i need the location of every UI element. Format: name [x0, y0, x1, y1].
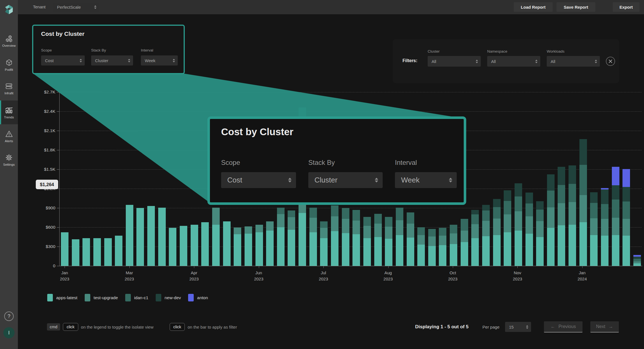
bar[interactable]	[493, 199, 501, 266]
scope-select[interactable]: Cost	[41, 55, 85, 65]
bar[interactable]	[115, 236, 122, 266]
bar-segment-idan-c1	[515, 196, 522, 211]
bar-segment-test-upgrade	[342, 219, 349, 233]
bar-segment-apps-latest	[72, 239, 79, 266]
bar[interactable]	[136, 208, 144, 266]
legend-item-idan-c1[interactable]: idan-c1	[125, 294, 148, 301]
interval-select[interactable]: Week	[141, 55, 178, 65]
sidebar-item-settings[interactable]: Settings	[0, 148, 18, 172]
bar[interactable]	[612, 167, 619, 266]
bar[interactable]	[266, 221, 274, 266]
legend-item-test-upgrade[interactable]: test-upgrade	[85, 294, 118, 301]
bar[interactable]	[61, 232, 68, 266]
sidebar-item-trends[interactable]: Trends	[0, 100, 18, 124]
bar-segment-test-upgrade	[471, 224, 479, 238]
previous-button[interactable]: ← Previous	[544, 321, 583, 332]
load-report-button[interactable]: Load Report	[514, 2, 553, 12]
bar[interactable]	[439, 228, 446, 266]
bar[interactable]	[288, 210, 295, 266]
bar[interactable]	[342, 208, 349, 266]
bar[interactable]	[212, 208, 220, 266]
tenant-select[interactable]: PerfectScale	[53, 3, 99, 12]
bar-segment-test-upgrade	[277, 214, 285, 227]
bar[interactable]	[277, 208, 285, 266]
callout-scope-select[interactable]: Cost	[221, 172, 296, 188]
bar-segment-idan-c1	[396, 208, 403, 220]
bar[interactable]	[93, 238, 101, 266]
bar[interactable]	[374, 214, 382, 266]
sidebar-item-overview[interactable]: Overview	[0, 29, 18, 53]
bar-segment-idan-c1	[277, 208, 285, 214]
bar[interactable]	[158, 208, 166, 266]
bar[interactable]	[601, 188, 609, 266]
bar[interactable]	[633, 255, 641, 266]
bar[interactable]	[331, 205, 338, 266]
bar[interactable]	[126, 205, 133, 266]
y-tick	[57, 150, 59, 150]
sidebar-item-infrafit[interactable]: Infrafit	[0, 77, 18, 100]
legend-item-apps-latest[interactable]: apps-latest	[47, 294, 77, 301]
bar[interactable]	[309, 208, 317, 266]
bar[interactable]	[579, 139, 587, 266]
bar[interactable]	[504, 190, 511, 266]
bar[interactable]	[82, 238, 90, 266]
bar[interactable]	[363, 217, 371, 266]
y-tick	[57, 208, 59, 208]
y-tick	[57, 92, 59, 92]
bar[interactable]	[547, 174, 555, 266]
bar[interactable]	[428, 229, 436, 266]
legend-item-anton[interactable]: anton	[188, 294, 208, 301]
save-report-button[interactable]: Save Report	[557, 2, 595, 12]
avatar[interactable]: I	[3, 327, 15, 338]
bar[interactable]	[104, 238, 112, 266]
bar[interactable]	[461, 219, 468, 266]
filter-cluster-select[interactable]: All	[428, 56, 481, 67]
per-page-select[interactable]: 15	[505, 322, 531, 332]
bar[interactable]	[245, 226, 252, 266]
bar[interactable]	[201, 222, 209, 266]
bar[interactable]	[255, 225, 263, 266]
next-button[interactable]: Next →	[590, 321, 619, 332]
sidebar-item-alerts[interactable]: Alerts	[0, 124, 18, 148]
bar[interactable]	[169, 228, 176, 266]
bar[interactable]	[450, 225, 457, 266]
sidebar-item-podfit[interactable]: Podfit	[0, 53, 18, 77]
filter-workloads-select[interactable]: All	[547, 56, 600, 67]
y-tick-label: $600	[34, 225, 55, 230]
export-button[interactable]: Export	[613, 2, 640, 12]
bar[interactable]	[147, 206, 155, 266]
clear-filters-icon[interactable]	[606, 57, 615, 66]
bar-segment-apps-latest	[558, 225, 565, 266]
bar[interactable]	[590, 192, 598, 266]
bar[interactable]	[536, 201, 544, 266]
bar[interactable]	[72, 239, 79, 266]
bar[interactable]	[180, 226, 187, 266]
help-icon[interactable]: ?	[4, 311, 14, 321]
bar[interactable]	[396, 208, 403, 266]
stackby-select[interactable]: Cluster	[91, 55, 133, 65]
bar[interactable]	[234, 228, 241, 266]
bar[interactable]	[385, 217, 392, 266]
bar[interactable]	[622, 169, 630, 266]
bar[interactable]	[569, 165, 576, 266]
legend-name: anton	[197, 295, 208, 300]
bar[interactable]	[352, 210, 360, 266]
x-tick-label: Apr2023	[189, 270, 198, 282]
bar[interactable]	[191, 225, 198, 266]
bar[interactable]	[417, 227, 425, 266]
callout-interval-select[interactable]: Week	[395, 172, 457, 188]
callout-stackby-select[interactable]: Cluster	[308, 172, 383, 188]
bar[interactable]	[223, 221, 231, 266]
bar[interactable]	[558, 167, 565, 266]
bar[interactable]	[471, 210, 479, 266]
bar[interactable]	[407, 212, 414, 266]
bar[interactable]	[482, 205, 490, 266]
bar[interactable]	[320, 221, 328, 266]
bar[interactable]	[515, 183, 522, 266]
y-tick	[57, 227, 59, 228]
spinner-icon	[476, 60, 478, 63]
filter-namespace-select[interactable]: All	[487, 56, 540, 67]
bar[interactable]	[525, 193, 533, 266]
alerts-icon	[5, 130, 13, 138]
legend-item-new-dev[interactable]: new-dev	[156, 294, 181, 301]
